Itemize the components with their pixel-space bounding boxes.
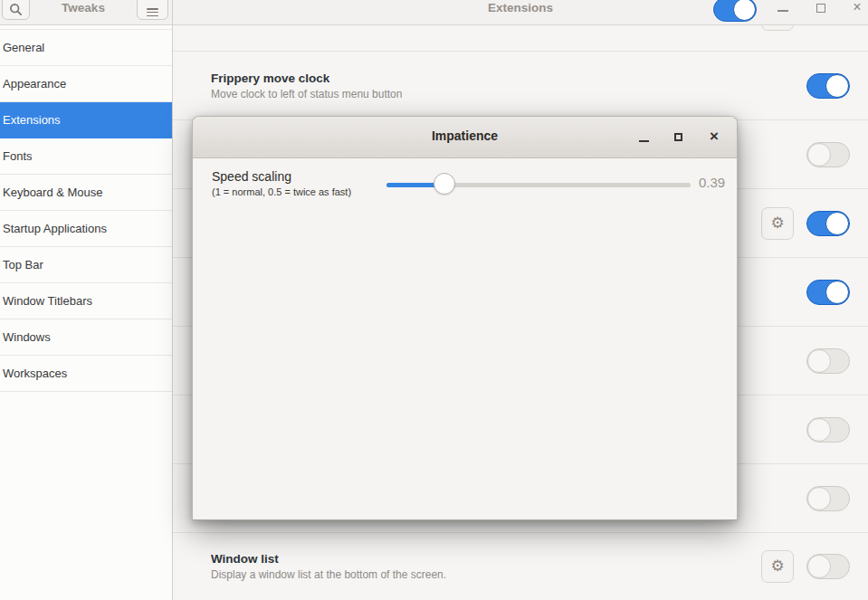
sidebar-item-extensions[interactable]: Extensions bbox=[0, 102, 172, 138]
speed-slider-knob[interactable] bbox=[434, 173, 455, 195]
sidebar-item-keyboard-mouse[interactable]: Keyboard & Mouse bbox=[0, 175, 172, 211]
toggle-knob bbox=[807, 487, 831, 510]
gear-icon: ⚙ bbox=[770, 558, 784, 574]
headerbar-sidebar-section: Tweaks bbox=[0, 0, 173, 25]
sidebar-item-fonts[interactable]: Fonts bbox=[0, 138, 172, 175]
dialog-minimize-icon[interactable] bbox=[635, 129, 652, 145]
extension-row-frippery-move-clock: Frippery move clock Move clock to left o… bbox=[173, 52, 868, 120]
extension-controls bbox=[806, 73, 850, 99]
extension-toggle[interactable] bbox=[806, 348, 850, 374]
toggle-knob bbox=[807, 555, 831, 578]
extension-title: Frippery move clock bbox=[211, 71, 402, 85]
extension-settings-button[interactable]: ⚙ bbox=[761, 207, 794, 240]
toggle-knob bbox=[807, 349, 831, 373]
speed-slider-value: 0.39 bbox=[699, 175, 735, 190]
sidebar-item-label: Appearance bbox=[3, 77, 66, 90]
sidebar-item-startup-applications[interactable]: Startup Applications bbox=[0, 211, 172, 247]
sidebar-item-label: General bbox=[3, 41, 44, 54]
sidebar-item-workspaces[interactable]: Workspaces bbox=[0, 356, 172, 392]
toggle-knob bbox=[807, 143, 831, 167]
sidebar-list: General Appearance Extensions Fonts Keyb… bbox=[0, 29, 172, 392]
app-title: Tweaks bbox=[31, 1, 136, 15]
dialog-close-icon[interactable]: × bbox=[706, 129, 722, 145]
extension-toggle[interactable] bbox=[806, 280, 850, 305]
sidebar-item-windows[interactable]: Windows bbox=[0, 319, 172, 356]
page-title: Extensions bbox=[173, 1, 868, 15]
sidebar-item-label: Fonts bbox=[3, 149, 33, 163]
extension-controls bbox=[806, 417, 850, 443]
extension-controls: ⚙ bbox=[761, 550, 850, 583]
toggle-knob bbox=[825, 74, 849, 98]
extension-row: ⚙ bbox=[173, 25, 868, 52]
sidebar-item-appearance[interactable]: Appearance bbox=[0, 66, 172, 102]
sidebar-item-label: Startup Applications bbox=[3, 222, 107, 235]
impatience-dialog: Impatience × Speed scaling (1 = normal, … bbox=[192, 116, 738, 520]
sidebar-item-label: Windows bbox=[3, 330, 51, 344]
hamburger-icon bbox=[147, 8, 158, 16]
sidebar-item-label: Extensions bbox=[3, 113, 61, 127]
sidebar-item-general[interactable]: General bbox=[0, 30, 172, 66]
extension-toggle[interactable] bbox=[806, 417, 850, 443]
dialog-titlebar[interactable]: Impatience × bbox=[193, 117, 737, 158]
extension-controls bbox=[806, 280, 850, 305]
extension-toggle[interactable] bbox=[806, 73, 850, 99]
toggle-knob bbox=[825, 212, 849, 235]
extension-toggle[interactable] bbox=[806, 486, 850, 511]
extension-title: Window list bbox=[211, 552, 446, 566]
sidebar-item-window-titlebars[interactable]: Window Titlebars bbox=[0, 283, 172, 319]
dialog-title: Impatience bbox=[193, 129, 737, 143]
toggle-knob bbox=[733, 0, 756, 21]
sidebar-item-label: Keyboard & Mouse bbox=[3, 186, 103, 199]
sidebar-item-label: Workspaces bbox=[3, 367, 67, 380]
extension-toggle[interactable] bbox=[806, 554, 850, 579]
minimize-icon[interactable] bbox=[777, 10, 788, 12]
search-icon bbox=[9, 3, 23, 16]
extension-text: Frippery move clock Move clock to left o… bbox=[211, 71, 402, 100]
extension-toggle[interactable] bbox=[806, 211, 850, 236]
tweaks-window: Tweaks Extensions × General Appearance E… bbox=[0, 0, 868, 600]
extension-controls bbox=[806, 486, 850, 511]
toggle-knob bbox=[807, 418, 831, 442]
search-button[interactable] bbox=[2, 0, 30, 20]
sidebar-item-top-bar[interactable]: Top Bar bbox=[0, 247, 172, 283]
maximize-icon[interactable] bbox=[816, 4, 825, 13]
extension-description: Display a window list at the bottom of t… bbox=[211, 568, 446, 581]
close-icon[interactable]: × bbox=[850, 0, 864, 15]
headerbar: Tweaks Extensions × bbox=[0, 0, 868, 25]
extension-settings-button[interactable]: ⚙ bbox=[761, 25, 794, 31]
extension-description: Move clock to left of status menu button bbox=[211, 88, 402, 100]
gear-icon: ⚙ bbox=[770, 215, 784, 231]
sidebar-item-label: Top Bar bbox=[3, 258, 43, 271]
extension-controls bbox=[806, 142, 850, 167]
toggle-knob bbox=[825, 281, 849, 304]
extension-controls: ⚙ bbox=[761, 207, 850, 240]
extension-controls bbox=[806, 348, 850, 374]
menu-button[interactable] bbox=[137, 0, 168, 20]
sidebar-item-label: Window Titlebars bbox=[3, 294, 92, 308]
extension-text: Window list Display a window list at the… bbox=[211, 552, 446, 581]
sidebar: General Appearance Extensions Fonts Keyb… bbox=[0, 25, 173, 600]
extension-toggle[interactable] bbox=[806, 142, 850, 167]
speed-scaling-label: Speed scaling bbox=[212, 169, 291, 184]
extensions-master-toggle[interactable] bbox=[713, 0, 757, 22]
speed-scaling-subtitle: (1 = normal, 0.5 = twice as fast) bbox=[212, 186, 351, 197]
extension-settings-button[interactable]: ⚙ bbox=[761, 550, 794, 583]
dialog-maximize-icon[interactable] bbox=[670, 129, 686, 145]
extension-row-window-list: Window list Display a window list at the… bbox=[173, 533, 868, 599]
